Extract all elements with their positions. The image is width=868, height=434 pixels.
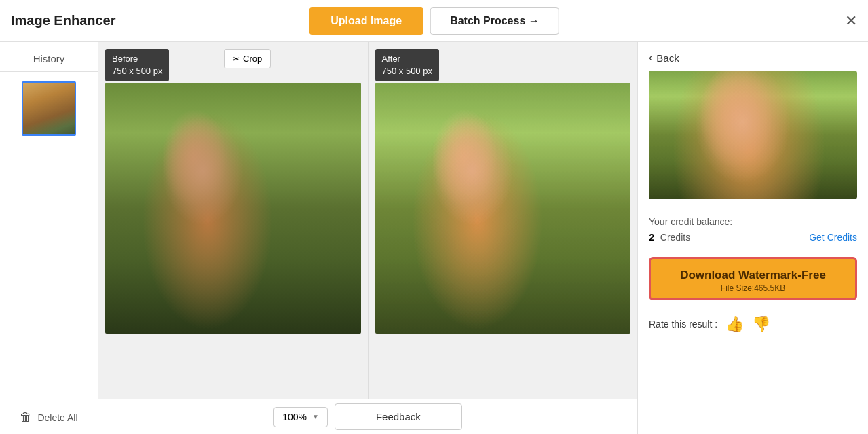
before-panel: Before 750 x 500 px ✂ Crop [98,42,368,399]
zoom-value: 100% [282,412,307,422]
after-label: After 750 x 500 px [375,49,439,81]
upload-image-button[interactable]: Upload Image [309,7,423,35]
download-button[interactable]: Download Watermark-Free File Size:465.5K… [649,257,857,300]
thumbs-down-icon[interactable]: 👎 [752,315,770,333]
zoom-control[interactable]: 100% ▼ [273,407,328,427]
divider [638,208,868,208]
preview-image [649,71,857,199]
after-dimensions: 750 x 500 px [382,65,432,77]
download-wrapper: Download Watermark-Free File Size:465.5K… [638,252,868,309]
after-title: After [382,53,432,65]
after-image [375,83,631,334]
after-panel: After 750 x 500 px [368,42,638,399]
delete-all-button[interactable]: 🗑 Delete All [20,410,77,434]
crop-icon: ✂ [233,54,240,64]
file-size-label: File Size:465.5KB [721,283,785,293]
credits-word: Credits [660,232,690,243]
thumbnail-image [23,83,76,136]
feedback-button[interactable]: Feedback [335,403,462,430]
before-title: Before [112,53,162,65]
before-image [105,83,361,334]
credit-count: 2 [649,231,654,243]
get-credits-link[interactable]: Get Credits [809,232,857,243]
zoom-dropdown-icon: ▼ [312,413,319,420]
crop-button[interactable]: ✂ Crop [224,49,271,68]
right-panel: ‹ Back Your credit balance: 2 Credits Ge… [637,42,868,434]
trash-icon: 🗑 [20,410,32,425]
back-button[interactable]: ‹ Back [638,42,868,71]
before-dimensions: 750 x 500 px [112,65,162,77]
rate-section: Rate this result : 👍 👎 [638,309,868,340]
header-center-buttons: Upload Image Batch Process → [309,7,559,35]
credit-section: Your credit balance: 2 Credits Get Credi… [638,216,868,252]
header: Image Enhancer Upload Image Batch Proces… [0,0,868,42]
history-label: History [0,42,98,72]
main-layout: History 🗑 Delete All Before 750 x 500 px… [0,42,868,434]
comparison-area: Before 750 x 500 px ✂ Crop After 750 x 5… [98,42,637,399]
main-content: Before 750 x 500 px ✂ Crop After 750 x 5… [98,42,637,434]
credit-balance-label: Your credit balance: [649,216,857,227]
thumbs-up-icon[interactable]: 👍 [725,315,744,333]
delete-all-label: Delete All [37,412,77,423]
batch-process-button[interactable]: Batch Process → [430,7,559,35]
credit-amount: 2 Credits [649,231,690,243]
bottom-bar: 100% ▼ Feedback [98,399,637,434]
history-thumbnail[interactable] [22,81,76,136]
back-label: Back [656,52,679,64]
credit-row: 2 Credits Get Credits [649,231,857,243]
sidebar: History 🗑 Delete All [0,42,98,434]
back-chevron-icon: ‹ [649,52,652,64]
crop-label: Crop [243,54,262,64]
close-button[interactable]: ✕ [845,12,857,30]
rate-result-label: Rate this result : [649,319,717,330]
download-btn-label: Download Watermark-Free [680,269,826,282]
before-label: Before 750 x 500 px [105,49,169,81]
